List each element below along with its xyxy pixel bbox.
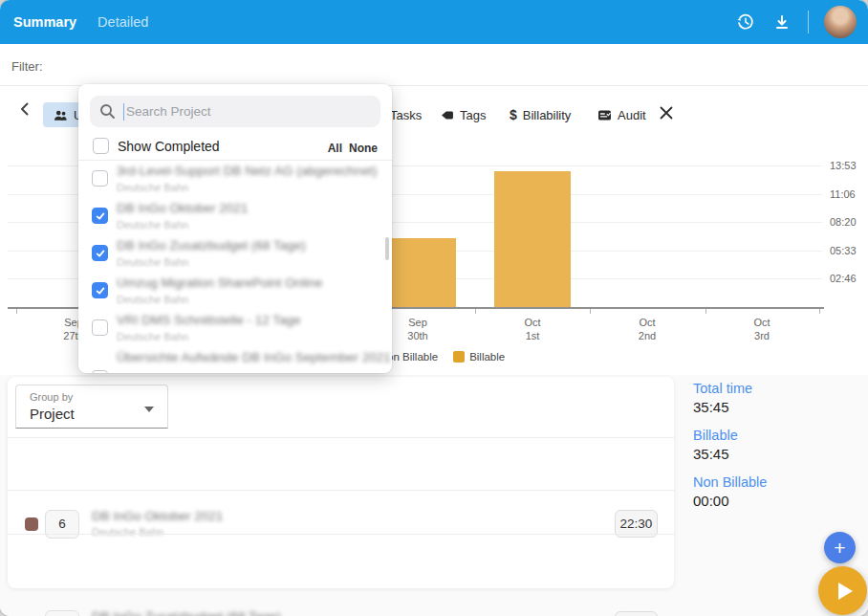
y-axis-tick-label: 08:20 (830, 216, 866, 228)
plus-icon: + (834, 537, 845, 560)
project-checkbox[interactable] (92, 370, 108, 373)
app-window: Summary Detailed Filter: (0, 0, 868, 616)
row-duration-badge: 12:15 (615, 611, 658, 616)
y-axis-tick-label: 13:53 (830, 160, 866, 171)
total-time-stat: Total time 35:45 (693, 381, 767, 415)
screen: Summary Detailed Filter: (0, 0, 868, 616)
filter-billability-button[interactable]: $ Billability (510, 102, 571, 127)
project-list-item[interactable]: Umzug Migration SharePoint Online Deutsc… (78, 275, 392, 312)
x-axis-tick (705, 309, 706, 314)
project-list: 3rd-Level-Support DB Netz AG (abgerechne… (78, 161, 392, 373)
totals-panel: Total time 35:45 Billable 35:45 Non Bill… (693, 381, 767, 521)
top-bar: Summary Detailed (0, 0, 868, 44)
project-checkbox[interactable] (92, 170, 108, 187)
project-list-item[interactable]: DB InGo Oktober 2021 Deutsche Bahn (78, 200, 392, 237)
user-avatar[interactable] (824, 6, 857, 38)
group-by-select[interactable]: Group by Project (15, 385, 168, 429)
project-client: Deutsche Bahn (117, 256, 188, 268)
tab-detailed[interactable]: Detailed (98, 14, 148, 30)
project-list-item[interactable]: VRI DMS Schnittstelle - 12 Tage Deutsche… (78, 312, 392, 349)
table-row[interactable]: 9 DB InGo Zusatzbudget (68 Tage) Deutsch… (8, 490, 674, 534)
play-icon (838, 583, 853, 600)
legend-billable-label: Billable (469, 351, 505, 363)
clear-filters-close-icon[interactable] (658, 104, 679, 125)
project-list-item[interactable]: DB InGo Zusatzbudget (68 Tage) Deutsche … (78, 237, 392, 275)
entry-count-badge: 9 (45, 610, 79, 616)
project-name: VRI DMS Schnittstelle - 12 Tage (117, 313, 301, 327)
total-time-value: 35:45 (693, 399, 767, 415)
billable-swatch (453, 351, 465, 363)
project-search-box[interactable] (90, 96, 380, 127)
project-checkbox[interactable] (92, 282, 108, 298)
summary-section: Group by Project 6 DB InGo Oktober 2021 … (0, 375, 868, 616)
tag-icon (441, 110, 454, 121)
project-name: DB InGo Zusatzbudget (68 Tage) (117, 238, 306, 253)
x-axis-tick (590, 309, 591, 314)
billable-stat: Billable 35:45 (693, 428, 767, 462)
x-axis-category-label: Oct3rd (724, 316, 800, 342)
billable-bar[interactable] (494, 171, 571, 308)
billable-label: Billable (693, 428, 767, 443)
header-divider (808, 11, 809, 33)
project-search-input[interactable] (126, 104, 356, 119)
select-none-link[interactable]: None (349, 142, 378, 155)
project-name: 3rd-Level-Support DB Netz AG (abgerechne… (117, 164, 377, 178)
show-completed-label: Show Completed (118, 139, 220, 154)
projects-filter-panel: Show Completed All None 3rd-Level-Suppor… (78, 84, 392, 373)
filter-billability-label: Billability (523, 108, 572, 122)
legend-billable: Billable (453, 351, 505, 363)
download-icon[interactable] (771, 11, 792, 33)
search-icon (99, 103, 116, 120)
add-entry-button[interactable]: + (824, 532, 856, 563)
panel-scrollbar-thumb[interactable] (385, 237, 389, 260)
x-axis-category-label: Oct2nd (609, 316, 685, 342)
billable-value: 35:45 (693, 446, 767, 462)
show-completed-checkbox[interactable] (93, 138, 109, 154)
header-actions (735, 0, 857, 44)
filter-bar: Filter: Users 1 Groups 2 (0, 44, 868, 86)
project-client: Deutsche Bahn (117, 219, 188, 231)
project-list-item[interactable]: Übersichte Aufwände DB InGo September 20… (78, 349, 392, 373)
filter-audit-button[interactable]: Audit (597, 102, 646, 127)
filter-tags-label: Tags (460, 108, 486, 122)
project-client: Deutsche Bahn (117, 294, 188, 305)
project-checkbox[interactable] (92, 208, 108, 224)
select-all-link[interactable]: All (328, 142, 342, 155)
dollar-icon: $ (510, 107, 517, 122)
filter-tasks-label: Tasks (390, 108, 422, 122)
tab-summary[interactable]: Summary (13, 14, 76, 30)
filter-audit-label: Audit (618, 108, 646, 122)
project-name: Übersichte Aufwände DB InGo September 20… (117, 350, 391, 364)
filter-tags-button[interactable]: Tags (441, 102, 486, 127)
project-client: Deutsche Bahn (117, 182, 188, 193)
audit-icon (597, 109, 612, 121)
x-axis-tick (819, 309, 820, 314)
project-client: Deutsche Bahn (117, 331, 188, 342)
project-checkbox[interactable] (92, 245, 108, 261)
table-row[interactable]: 1 Umzug Migration SharePoint Online Deut… (8, 534, 674, 578)
x-axis-tick (475, 309, 476, 314)
group-by-value: Project (30, 406, 75, 422)
y-axis-tick-label: 05:33 (830, 245, 866, 256)
chevron-down-icon (144, 407, 154, 412)
x-axis-category-label: Oct1st (494, 316, 571, 342)
x-axis-tick (16, 309, 17, 314)
text-cursor (123, 103, 124, 121)
start-timer-button[interactable] (818, 566, 867, 615)
chevron-left-icon[interactable] (17, 101, 34, 119)
filter-label: Filter: (11, 59, 43, 74)
y-axis-tick-label: 11:06 (830, 188, 866, 200)
non-billable-value: 00:00 (693, 493, 767, 509)
y-axis-tick-label: 02:46 (830, 273, 866, 284)
project-name: DB InGo Oktober 2021 (117, 201, 248, 215)
show-completed-row: Show Completed (93, 138, 220, 154)
row-project-name: DB InGo Zusatzbudget (68 Tage) (92, 609, 281, 616)
users-icon (54, 109, 68, 121)
group-by-label: Group by (30, 391, 73, 403)
history-icon[interactable] (735, 11, 756, 33)
non-billable-label: Non Billable (693, 474, 767, 490)
project-checkbox[interactable] (92, 319, 108, 336)
table-row[interactable]: 6 DB InGo Oktober 2021 Deutsche Bahn 22:… (8, 437, 674, 481)
project-list-item[interactable]: 3rd-Level-Support DB Netz AG (abgerechne… (78, 163, 392, 200)
project-name: Umzug Migration SharePoint Online (117, 275, 322, 290)
